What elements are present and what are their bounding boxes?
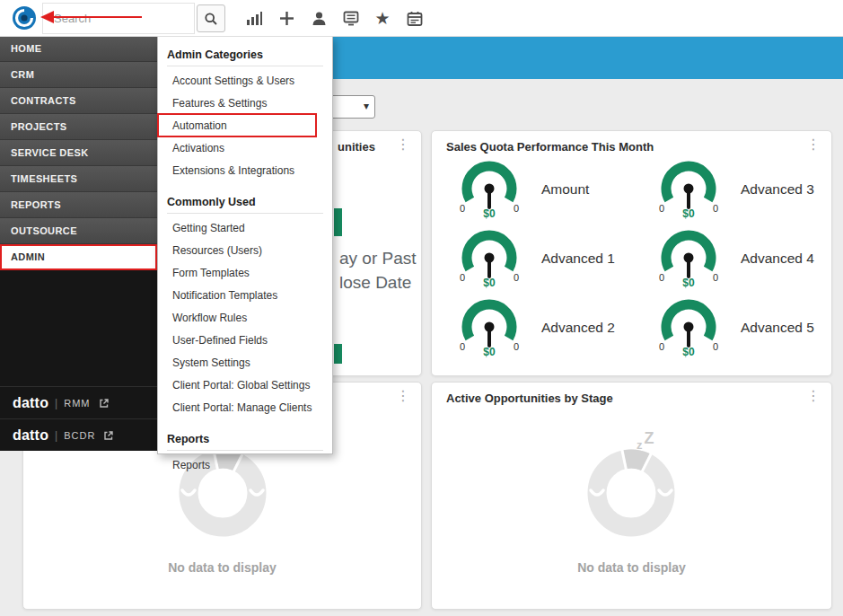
sidebar-item-crm[interactable]: CRM — [0, 62, 157, 88]
search-input[interactable] — [52, 4, 190, 33]
widget-sales-quota: Sales Quota Performance This Month ⋮ 0 0… — [431, 130, 832, 376]
gauge-chart: 0 0 $0 — [448, 160, 531, 219]
svg-text:0: 0 — [659, 272, 664, 283]
menu-item-features-settings[interactable]: Features & Settings — [158, 92, 332, 114]
gauge-label: Advanced 2 — [541, 320, 615, 336]
green-stat-box — [334, 208, 342, 236]
widget-menu-icon[interactable]: ⋮ — [806, 389, 821, 403]
svg-text:0: 0 — [659, 203, 664, 214]
widget-menu-icon[interactable]: ⋮ — [806, 137, 821, 152]
menu-item-reports[interactable]: Reports — [158, 453, 332, 476]
svg-text:$0: $0 — [483, 207, 496, 219]
widget-active-stage: Active Opportunities by Stage ⋮ zZ No da… — [431, 382, 832, 610]
menu-item-system-settings[interactable]: System Settings — [158, 351, 332, 374]
search-button[interactable] — [197, 4, 225, 32]
divider — [167, 66, 323, 66]
analytics-button[interactable] — [242, 7, 266, 29]
gauge-amount: 0 0 $0 Amount — [448, 154, 647, 224]
flyout-section-header: Reports — [158, 427, 332, 450]
menu-item-client-portal-manage-clients[interactable]: Client Portal: Manage Clients — [158, 396, 332, 418]
sidebar-item-timesheets[interactable]: TIMESHEETS — [0, 166, 157, 192]
livereports-button[interactable] — [339, 7, 363, 29]
chevron-down-icon: ▾ — [364, 100, 369, 112]
gauge-grid: 0 0 $0 Amount 0 0 $0 — [448, 154, 843, 362]
flyout-section-header: Admin Categories — [158, 42, 332, 66]
sidebar-item-projects[interactable]: PROJECTS — [0, 114, 157, 140]
svg-text:0: 0 — [460, 203, 465, 214]
sidebar-item-datto-bcdr[interactable]: datto | BCDR — [0, 418, 157, 451]
svg-text:$0: $0 — [483, 346, 496, 357]
favorites-button[interactable]: ★ — [371, 7, 394, 29]
menu-item-workflow-rules[interactable]: Workflow Rules — [158, 306, 332, 329]
svg-text:0: 0 — [514, 341, 519, 352]
divider — [167, 213, 323, 214]
gauge-label: Amount — [541, 181, 589, 198]
menu-item-automation[interactable]: Automation — [158, 114, 316, 136]
sidebar-item-datto-rmm[interactable]: datto | RMM — [0, 386, 157, 418]
external-link-icon — [99, 398, 110, 409]
gauge-advanced-3: 0 0 $0 Advanced 3 — [647, 154, 843, 224]
plus-icon — [279, 11, 294, 26]
menu-item-form-templates[interactable]: Form Templates — [158, 261, 332, 284]
gauge-chart: 0 0 $0 — [647, 229, 730, 288]
gauge-advanced-2: 0 0 $0 Advanced 2 — [448, 293, 647, 362]
svg-text:$0: $0 — [682, 346, 695, 357]
gauge-advanced-5: 0 0 $0 Advanced 5 — [647, 293, 843, 362]
gauge-chart: 0 0 $0 — [448, 298, 531, 357]
svg-text:0: 0 — [713, 341, 718, 352]
user-button[interactable] — [307, 7, 330, 29]
gauge-label: Advanced 4 — [741, 251, 814, 267]
svg-text:$0: $0 — [483, 277, 496, 288]
sidebar-item-service-desk[interactable]: SERVICE DESK — [0, 140, 157, 166]
autotask-logo[interactable] — [12, 5, 37, 31]
divider: | — [55, 429, 57, 442]
calendar-icon — [407, 11, 423, 26]
gauge-label: Advanced 1 — [541, 251, 615, 267]
menu-item-notification-templates[interactable]: Notification Templates — [158, 284, 332, 306]
admin-flyout-menu: Admin Categories Account Settings & User… — [157, 36, 333, 454]
opportunities-text: ay or Past lose Date — [339, 246, 417, 295]
sidebar-item-outsource[interactable]: OUTSOURCE — [0, 218, 157, 244]
gauge-column-left: 0 0 $0 Amount 0 0 $0 — [448, 154, 647, 362]
gauge-chart: 0 0 $0 — [647, 160, 730, 219]
svg-text:0: 0 — [514, 203, 519, 214]
menu-item-client-portal-global-settings[interactable]: Client Portal: Global Settings — [158, 374, 332, 396]
create-new-button[interactable] — [275, 7, 298, 29]
svg-text:0: 0 — [659, 341, 664, 352]
no-data-donut — [573, 435, 689, 551]
gauge-advanced-1: 0 0 $0 Advanced 1 — [448, 224, 647, 293]
gauge-label: Advanced 5 — [741, 320, 814, 336]
svg-text:0: 0 — [713, 203, 718, 214]
annotation-arrow-line — [54, 16, 142, 18]
no-data-message: No data to display — [23, 560, 421, 575]
external-link-icon — [103, 430, 114, 441]
sidebar-item-reports[interactable]: REPORTS — [0, 192, 157, 218]
menu-item-user-defined-fields[interactable]: User-Defined Fields — [158, 329, 332, 351]
sidebar-item-home[interactable]: HOME — [0, 36, 157, 62]
widget-menu-icon[interactable]: ⋮ — [396, 389, 410, 403]
gauge-chart: 0 0 $0 — [448, 229, 531, 288]
menu-item-activations[interactable]: Activations — [158, 136, 332, 159]
svg-text:$0: $0 — [682, 207, 695, 219]
widget-menu-icon[interactable]: ⋮ — [396, 137, 410, 152]
svg-text:0: 0 — [460, 272, 465, 283]
gauge-column-right: 0 0 $0 Advanced 3 0 0 $0 — [647, 154, 843, 362]
sidebar-item-admin[interactable]: ADMIN — [0, 244, 157, 270]
gauge-label: Advanced 3 — [741, 181, 814, 198]
report-monitor-icon — [343, 11, 359, 26]
annotation-arrow-head — [40, 11, 54, 23]
svg-text:$0: $0 — [682, 277, 695, 288]
svg-text:0: 0 — [713, 272, 718, 283]
search-icon — [204, 12, 218, 26]
menu-item-resources-users[interactable]: Resources (Users) — [158, 239, 332, 261]
sidebar: HOME CRM CONTRACTS PROJECTS SERVICE DESK… — [0, 36, 157, 451]
menu-item-getting-started[interactable]: Getting Started — [158, 216, 332, 239]
menu-item-account-settings-users[interactable]: Account Settings & Users — [158, 69, 332, 92]
svg-text:0: 0 — [514, 272, 519, 283]
menu-item-extensions-integrations[interactable]: Extensions & Integrations — [158, 159, 332, 181]
no-data-message: No data to display — [432, 560, 831, 575]
sidebar-item-contracts[interactable]: CONTRACTS — [0, 88, 157, 114]
search-box — [42, 3, 195, 34]
calendar-button[interactable] — [403, 7, 426, 29]
bar-chart-icon — [246, 11, 262, 26]
